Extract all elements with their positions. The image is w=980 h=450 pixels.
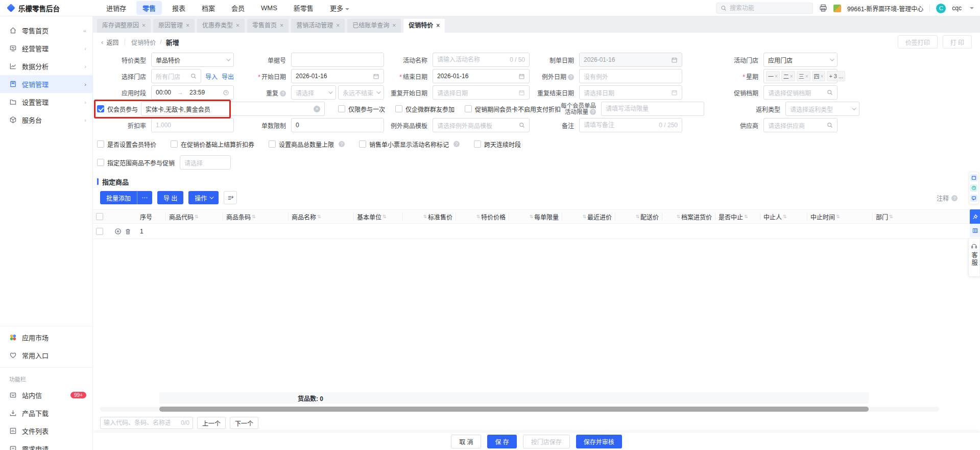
price-tag-print-button[interactable]: 价签打印 — [898, 35, 938, 49]
select-all-checkbox[interactable] — [96, 213, 103, 220]
close-icon[interactable]: × — [142, 19, 146, 33]
collapse-sidebar-icon[interactable]: « — [83, 28, 86, 34]
weekday-tag[interactable]: 三× — [797, 71, 810, 81]
quick-tool-clock-icon[interactable] — [970, 184, 977, 192]
except-date-field[interactable]: 没有例外 — [579, 69, 682, 83]
repeat-end-mode-select[interactable]: 永远不结束 — [338, 85, 384, 100]
batch-add-button[interactable]: 批量添加 — [100, 191, 137, 204]
doc-no-input[interactable] — [296, 56, 379, 63]
col-special-price[interactable]: ⇅特价价格 — [456, 213, 509, 220]
global-search-input[interactable] — [730, 5, 801, 12]
sidebar-item-inbox[interactable]: 站内信 99+ — [0, 386, 92, 404]
rebate-type-select[interactable]: 请选择返利类型 — [785, 102, 859, 116]
close-icon[interactable]: × — [280, 19, 283, 33]
member-special-checkbox[interactable] — [97, 140, 104, 148]
tab-reason-mgmt[interactable]: 原因管理× — [153, 19, 195, 33]
prev-button[interactable]: 上一个 — [197, 417, 226, 429]
close-icon[interactable]: × — [392, 19, 396, 33]
coupon-on-promo-option[interactable]: 在促销价基础上结算折扣券 — [171, 140, 254, 149]
sort-icon[interactable]: ⇅ — [529, 214, 533, 219]
hide-column-button[interactable] — [970, 224, 980, 237]
col-base-unit[interactable]: 基本单位⇅ — [353, 213, 402, 220]
exclude-range-field[interactable]: 请选择 — [180, 155, 231, 170]
repeat-end-field[interactable]: 请选择日期 — [579, 85, 682, 100]
quick-tool-chat-icon[interactable] — [970, 195, 977, 202]
cross-day-checkbox[interactable] — [474, 140, 481, 148]
quick-tool-calendar-icon[interactable] — [970, 174, 977, 181]
user-chevron-down-icon[interactable] — [970, 7, 974, 9]
export-link[interactable]: 导出 — [222, 72, 234, 81]
special-type-select[interactable]: 单品特价 — [151, 53, 234, 67]
tab-coupon-type[interactable]: 优惠券类型× — [197, 19, 245, 33]
sort-icon[interactable]: ⇅ — [889, 214, 893, 219]
coupon-on-promo-checkbox[interactable] — [171, 140, 178, 148]
sort-icon[interactable]: ⇅ — [836, 214, 840, 219]
col-latest-cost[interactable]: ⇅最近进价 — [562, 213, 615, 220]
sort-icon[interactable]: ⇅ — [476, 214, 480, 219]
table-search-field[interactable]: 0/0 — [100, 417, 193, 429]
cancel-button[interactable]: 取 消 — [451, 435, 481, 448]
exclude-range-option[interactable]: 指定范围商品不参与促销 — [97, 158, 175, 167]
clear-icon[interactable]: × — [314, 106, 320, 112]
back-arrow-icon[interactable]: ‹ — [101, 38, 103, 46]
order-limit-input[interactable] — [296, 122, 379, 129]
close-icon[interactable]: × — [186, 19, 189, 33]
exclude-range-checkbox[interactable] — [97, 159, 104, 166]
col-barcode[interactable]: 商品条码⇅ — [223, 213, 288, 220]
total-limit-checkbox[interactable] — [269, 140, 276, 148]
weekday-tag[interactable]: 一× — [766, 71, 780, 81]
weekday-tag[interactable]: 四× — [812, 71, 826, 81]
sidebar-item-file-list[interactable]: 文件列表 — [0, 422, 92, 440]
sort-icon[interactable]: ⇅ — [423, 214, 427, 219]
sidebar-item-app-market[interactable]: 应用市场 — [0, 328, 92, 346]
next-button[interactable]: 下一个 — [230, 417, 258, 429]
sidebar-item-product-download[interactable]: 产品下载 — [0, 404, 92, 422]
weekday-tag[interactable]: 二× — [781, 71, 795, 81]
weekday-more-tag[interactable]: + 3 ... — [827, 71, 845, 81]
member-special-option[interactable]: 是否设置会员特价 — [97, 140, 156, 149]
col-department[interactable]: 部门⇅ — [872, 213, 923, 220]
close-icon[interactable]: × — [236, 19, 240, 33]
col-product-name[interactable]: 商品名称⇅ — [288, 213, 353, 220]
customer-service-tab[interactable]: 客服 — [968, 238, 980, 277]
pin-column-button[interactable] — [970, 209, 980, 224]
batch-add-more-button[interactable]: ⋯ — [137, 191, 152, 204]
sidebar-item-favorites[interactable]: 常用入口 — [0, 346, 92, 364]
tag-remove-icon[interactable]: × — [821, 74, 824, 79]
menu-item-more[interactable]: 更多 — [324, 1, 355, 15]
global-search[interactable] — [716, 3, 813, 14]
discount-rate-input[interactable] — [156, 122, 229, 129]
sidebar-item-service-desk[interactable]: 服务台 › — [0, 111, 92, 129]
print-button[interactable]: 打 印 — [943, 35, 972, 49]
menu-item-wms[interactable]: WMS — [255, 2, 283, 14]
weekday-field[interactable]: 一× 二× 三× 四× + 3 ... — [763, 69, 838, 83]
time-range-field[interactable]: 00:00→23:59 — [151, 85, 234, 100]
sidebar-item-settings-mgmt[interactable]: 设置管理 › — [0, 93, 92, 111]
close-icon[interactable]: × — [436, 19, 440, 33]
delete-row-icon[interactable] — [125, 228, 131, 235]
save-and-audit-button[interactable]: 保存并审核 — [576, 435, 622, 448]
tab-settled-bill-query[interactable]: 已结账单查询× — [347, 19, 401, 33]
breadcrumb-parent[interactable]: 促销特价 — [131, 38, 156, 46]
no-pay-discount-checkbox[interactable] — [465, 105, 472, 112]
no-pay-discount-option[interactable]: 促销期间会员卡不启用支付折扣 — [465, 105, 561, 113]
sort-icon[interactable]: ⇅ — [676, 214, 680, 219]
sort-icon[interactable]: ⇅ — [317, 214, 321, 219]
sort-icon[interactable]: ⇅ — [635, 214, 639, 219]
operate-button[interactable]: 操作 — [188, 191, 219, 204]
member-limit-input[interactable] — [606, 105, 700, 112]
column-settings-button[interactable] — [224, 191, 237, 204]
tab-marketing-activity[interactable]: 营销活动管理× — [291, 19, 345, 33]
wecom-only-checkbox[interactable] — [395, 105, 402, 112]
sort-icon[interactable]: ⇅ — [783, 214, 787, 219]
member-types-field[interactable]: × — [141, 102, 325, 116]
sidebar-item-promotion-mgmt[interactable]: 促销管理 › — [0, 75, 92, 93]
col-is-stopped[interactable]: 是否中止⇅ — [715, 213, 760, 220]
tab-promo-special-price[interactable]: 促销特价× — [403, 19, 445, 33]
col-product-code[interactable]: 商品代码⇅ — [165, 213, 223, 220]
col-per-order-limit[interactable]: ⇅每单限量 — [509, 213, 562, 220]
end-date-field[interactable]: 2026-01-16 — [433, 69, 530, 83]
start-date-field[interactable]: 2026-01-16 — [291, 69, 384, 83]
activity-store-select[interactable]: 应用门店 — [763, 53, 838, 67]
discount-rate-field[interactable] — [151, 118, 234, 132]
